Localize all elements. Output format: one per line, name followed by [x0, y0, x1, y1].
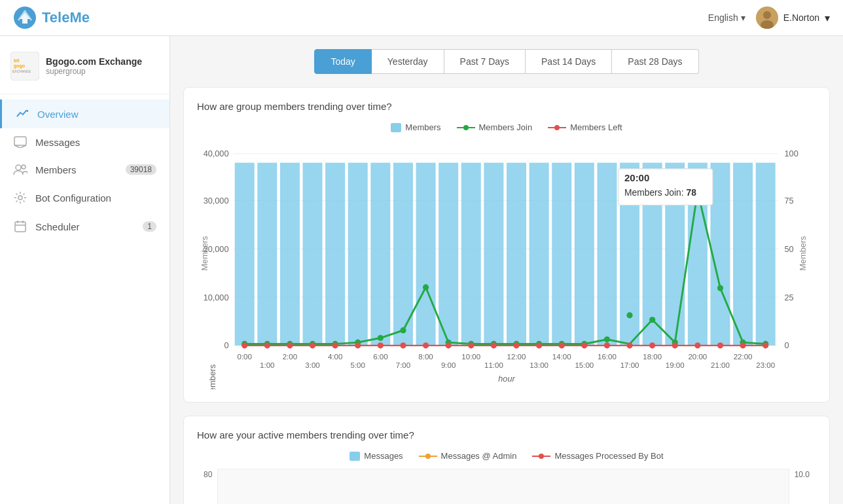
svg-rect-46 — [439, 163, 458, 346]
svg-rect-45 — [416, 163, 436, 346]
svg-point-94 — [446, 342, 452, 348]
active-members-card: How are your active members trending ove… — [183, 416, 830, 504]
tab-past7[interactable]: Past 7 Days — [444, 49, 526, 74]
legend-join-label: Members Join — [479, 122, 533, 132]
group-info: bit gogo EXCHANGE Bgogo.com Exchange sup… — [0, 44, 170, 94]
tab-past14[interactable]: Past 14 Days — [526, 49, 612, 74]
sidebar-item-overview[interactable]: Overview — [0, 99, 170, 128]
time-period-tabs: Today Yesterday Past 7 Days Past 14 Days… — [183, 49, 830, 74]
tab-yesterday[interactable]: Yesterday — [372, 49, 444, 74]
svg-point-91 — [378, 342, 384, 348]
members-badge: 39018 — [126, 164, 156, 175]
svg-rect-38 — [257, 163, 277, 346]
svg-point-97 — [513, 342, 519, 348]
svg-text:22:00: 22:00 — [734, 353, 753, 361]
tab-today[interactable]: Today — [314, 49, 371, 74]
svg-text:5:00: 5:00 — [351, 361, 365, 369]
svg-text:40,000: 40,000 — [204, 149, 229, 158]
nav-menu: Overview Messages Members 39018 — [0, 94, 170, 241]
svg-rect-53 — [597, 163, 617, 346]
svg-point-79 — [649, 317, 655, 323]
svg-point-100 — [581, 342, 587, 348]
svg-point-87 — [287, 342, 293, 348]
legend-messages-box — [350, 452, 360, 461]
user-name: E.Norton — [783, 12, 819, 23]
sidebar-item-scheduler[interactable]: Scheduler 1 — [0, 212, 170, 241]
scheduler-badge: 1 — [143, 221, 156, 232]
svg-rect-12 — [15, 222, 26, 232]
legend-members-left: Members Left — [548, 122, 622, 132]
svg-point-102 — [626, 342, 632, 348]
legend-join-line-icon — [457, 123, 475, 132]
svg-point-88 — [310, 342, 315, 348]
svg-point-82 — [717, 285, 723, 291]
sidebar-item-label-bot-configuration: Bot Configuration — [35, 192, 111, 204]
logo-text: TeleMe — [42, 9, 90, 26]
logo-icon — [13, 6, 37, 29]
sidebar-item-label-scheduler: Scheduler — [35, 221, 80, 232]
svg-point-105 — [694, 342, 700, 348]
svg-text:19:00: 19:00 — [666, 361, 685, 369]
svg-point-67 — [378, 335, 384, 341]
svg-text:13:00: 13:00 — [529, 361, 548, 369]
svg-point-10 — [22, 165, 26, 169]
chart2-y-right: 10.0 — [789, 469, 810, 479]
language-selector[interactable]: English ▾ — [708, 12, 745, 23]
chart2-title: How are your active members trending ove… — [197, 429, 816, 441]
svg-text:2:00: 2:00 — [283, 353, 297, 361]
svg-text:6:00: 6:00 — [373, 353, 387, 361]
svg-rect-41 — [325, 163, 345, 346]
sidebar-item-label-messages: Messages — [35, 137, 80, 148]
legend-messages-label: Messages — [364, 451, 403, 461]
avatar — [756, 7, 778, 29]
legend-admin-label: Messages @ Admin — [441, 451, 517, 461]
logo-area: TeleMe — [13, 6, 90, 29]
svg-text:10:00: 10:00 — [461, 353, 480, 361]
lang-label: English — [708, 12, 738, 23]
messages-icon — [13, 136, 27, 148]
svg-rect-42 — [348, 163, 368, 346]
svg-text:gogo: gogo — [14, 63, 25, 69]
legend-bot-line-icon — [532, 452, 550, 461]
svg-point-78 — [626, 312, 632, 318]
user-area[interactable]: E.Norton ▾ — [756, 7, 830, 29]
svg-point-95 — [468, 342, 474, 348]
svg-text:8:00: 8:00 — [418, 353, 433, 361]
svg-text:16:00: 16:00 — [598, 353, 617, 361]
svg-point-140 — [425, 454, 431, 459]
header-right: English ▾ E.Norton ▾ — [708, 7, 830, 29]
svg-text:1:00: 1:00 — [260, 361, 274, 369]
sidebar-item-label-overview: Overview — [37, 109, 79, 120]
legend-messages: Messages — [350, 451, 403, 461]
svg-point-17 — [463, 125, 469, 130]
svg-text:4:00: 4:00 — [328, 353, 342, 361]
svg-point-99 — [559, 342, 565, 348]
svg-text:Members Join: 78: Members Join: 78 — [624, 187, 696, 198]
svg-text:9:00: 9:00 — [441, 361, 456, 369]
sidebar-item-messages[interactable]: Messages — [0, 128, 170, 156]
svg-rect-51 — [552, 163, 571, 346]
group-logo: bit gogo EXCHANGE — [10, 52, 39, 81]
svg-point-9 — [16, 165, 21, 170]
svg-point-2 — [763, 11, 771, 19]
svg-text:bit: bit — [14, 58, 20, 63]
svg-text:21:00: 21:00 — [711, 361, 730, 369]
group-type: supergroup — [46, 67, 142, 76]
svg-text:0: 0 — [785, 341, 789, 350]
svg-text:75: 75 — [785, 196, 794, 206]
tab-past28[interactable]: Past 28 Days — [612, 49, 698, 74]
svg-rect-50 — [529, 163, 549, 346]
svg-point-101 — [604, 342, 610, 348]
svg-rect-58 — [710, 163, 730, 346]
svg-point-85 — [242, 342, 247, 348]
svg-text:18:00: 18:00 — [643, 353, 662, 361]
legend-messages-admin: Messages @ Admin — [419, 451, 517, 461]
svg-point-69 — [423, 284, 429, 290]
sidebar-item-bot-configuration[interactable]: Bot Configuration — [0, 183, 170, 212]
svg-rect-47 — [461, 163, 481, 346]
sidebar-item-members[interactable]: Members 39018 — [0, 156, 170, 183]
svg-point-106 — [717, 342, 723, 348]
svg-point-68 — [400, 327, 406, 333]
svg-point-86 — [264, 342, 270, 348]
svg-text:10,000: 10,000 — [204, 293, 229, 302]
